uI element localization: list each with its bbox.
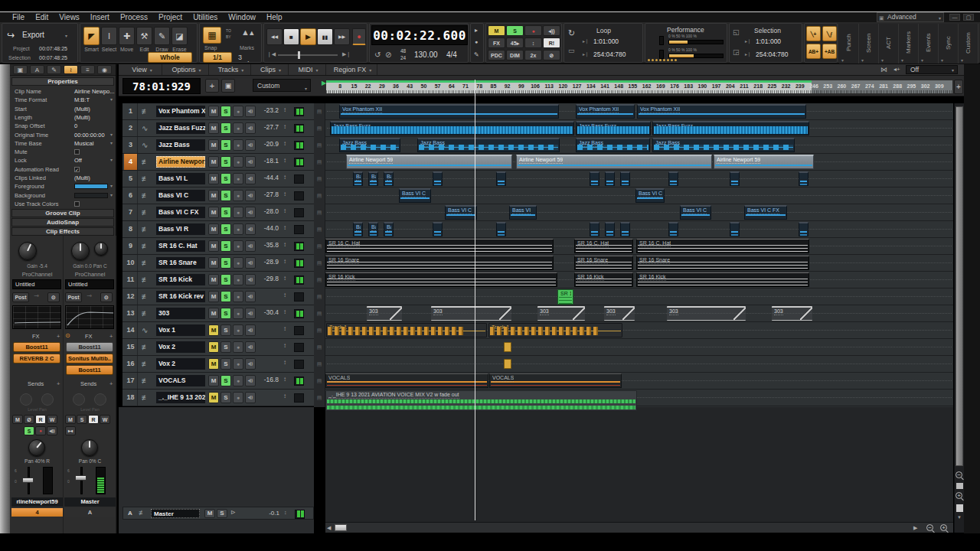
tv-menu-options[interactable]: Options▾ xyxy=(165,64,209,75)
gain-knob[interactable] xyxy=(94,242,108,256)
clip-lane-18[interactable]: _._IHE 9 13 2021 AVIATION VOICE MIX V2 w… xyxy=(325,390,953,406)
prochannel-power-button[interactable]: ⊙ xyxy=(100,292,113,302)
volume-value[interactable]: -23.2 xyxy=(259,106,279,114)
play-list-icon[interactable]: ▸ xyxy=(475,27,478,34)
solo-button[interactable]: S xyxy=(220,207,231,218)
loop-icon[interactable]: ↻ xyxy=(568,28,575,38)
volume-value[interactable]: -29.8 xyxy=(259,275,279,282)
input-echo-button[interactable]: ◂)) xyxy=(245,223,256,235)
clip[interactable]: Airline Newport 59 xyxy=(714,155,814,169)
volume-spinner-icon[interactable]: ↕ xyxy=(283,393,286,399)
clips-pane[interactable]: Vox Phantom XIIVox Phantom XIIVox Phanto… xyxy=(325,103,953,407)
track-name[interactable]: 303 xyxy=(156,308,205,319)
strip-button-w[interactable]: W xyxy=(100,415,110,424)
bus-volume-value[interactable]: -0.1 xyxy=(260,510,279,517)
mix-dim-button[interactable]: DIM xyxy=(506,50,524,60)
lane-grip-icon[interactable]: ▤ xyxy=(315,328,323,334)
clip[interactable]: Bass VI C xyxy=(399,188,431,203)
play-button[interactable]: ▶ xyxy=(300,28,316,45)
transport-slider-thumb[interactable] xyxy=(298,51,300,59)
sends-add-icon[interactable]: + xyxy=(109,380,113,387)
clip[interactable] xyxy=(730,171,740,186)
tv-menu-view[interactable]: View▾ xyxy=(122,64,162,75)
track-name[interactable]: Bass VI L xyxy=(156,173,205,184)
volume-value[interactable]: -18.1 xyxy=(259,157,279,165)
lane-grip-icon[interactable]: ▤ xyxy=(315,294,323,300)
track-header-17[interactable]: 17≢VOCALSMS●◂))-16.8↕ xyxy=(122,373,314,390)
fx-plugin-boost11[interactable]: Boost11 xyxy=(13,342,60,352)
inspector-tab-1[interactable]: A xyxy=(30,65,44,74)
track-name[interactable]: SR 16 Kick xyxy=(156,274,205,285)
stop-button[interactable]: ■ xyxy=(283,28,299,45)
volume-value[interactable]: -20.9 xyxy=(259,140,279,148)
solo-button[interactable]: S xyxy=(220,257,231,269)
lane-grip-icon[interactable]: ▤ xyxy=(315,193,323,199)
solo-button[interactable]: S xyxy=(220,173,231,184)
clip-lane-14[interactable]: Track 1Track 1 xyxy=(325,322,953,339)
section-clip-effects[interactable]: Clip Effects xyxy=(11,227,114,236)
draw-resolution-dropdown[interactable]: Whole xyxy=(148,52,192,63)
property-value[interactable]: (Multi) xyxy=(74,174,90,182)
module-act-collapsed[interactable]: ACT▾ xyxy=(879,24,899,64)
clip[interactable] xyxy=(496,171,506,186)
mute-button[interactable]: M xyxy=(208,358,219,370)
clip[interactable]: Airline Newport 59 xyxy=(346,155,512,169)
menu-item-file[interactable]: File xyxy=(12,13,24,21)
arm-record-button[interactable]: ● xyxy=(233,122,243,134)
track-manager-button[interactable]: ▣ xyxy=(221,79,235,93)
clip[interactable]: Vox Phantom XII xyxy=(576,104,635,119)
lane-grip-icon[interactable]: ▤ xyxy=(315,378,323,384)
track-header-9[interactable]: 9≢SR 16 C. HatMS●◂))-35.8↕ xyxy=(122,238,314,255)
track-name[interactable]: SR 16 Snare xyxy=(156,257,205,269)
input-echo-button[interactable]: ◂)) xyxy=(245,106,256,117)
solo-button[interactable]: S xyxy=(220,274,231,285)
clip[interactable]: Vox Phantom XII xyxy=(637,104,806,119)
clip-lane-16[interactable] xyxy=(325,356,953,373)
fx-plugin-reverb-2-c[interactable]: REVERB 2 C xyxy=(13,354,60,364)
mix-btn-button[interactable]: ⊘ xyxy=(543,50,560,60)
property-value[interactable]: 00:00:00:00 xyxy=(74,131,105,139)
track-name[interactable]: Jazz Bass xyxy=(156,139,205,151)
mute-button[interactable]: M xyxy=(208,190,219,201)
inspector-tab-2[interactable]: ✎ xyxy=(47,65,61,74)
mix-45-button[interactable]: 45▸ xyxy=(506,37,524,48)
track-header-1[interactable]: 1≢Vox Phantom XIIMS●◂))-23.2↕ xyxy=(122,103,314,120)
section-groove-clip[interactable]: Groove Clip xyxy=(11,209,114,217)
property-value[interactable]: Airline Newpo... xyxy=(74,87,115,96)
color-swatch[interactable] xyxy=(74,184,108,189)
lane-grip-icon[interactable]: ▤ xyxy=(315,109,323,115)
clip[interactable]: SR 16 Snare xyxy=(574,256,633,270)
track-name[interactable]: Airline Newport ' xyxy=(156,156,205,168)
volume-value[interactable]: -16.8 xyxy=(259,376,279,383)
color-swatch[interactable] xyxy=(74,193,108,198)
clip-lane-12[interactable]: SR 1 xyxy=(325,289,953,305)
bus-volume-spinner[interactable]: ↕ xyxy=(284,510,287,515)
tool-move-button[interactable]: ✚ xyxy=(119,27,135,45)
mute-button[interactable]: M xyxy=(208,106,219,117)
clip[interactable] xyxy=(799,222,808,236)
mute-button[interactable]: M xyxy=(208,274,219,285)
solo-button[interactable]: S xyxy=(220,240,231,252)
bus-mute-button[interactable]: M xyxy=(204,509,215,518)
input-echo-button[interactable]: ◂)) xyxy=(245,341,256,353)
properties-header[interactable]: Properties xyxy=(11,77,114,86)
solo-button[interactable]: S xyxy=(220,392,231,403)
mute-button[interactable]: M xyxy=(208,139,219,151)
inspector-tab-0[interactable]: ▣ xyxy=(13,65,28,74)
arm-record-button[interactable]: ● xyxy=(233,156,243,168)
vertical-zoom-fit-button[interactable] xyxy=(956,483,963,489)
fx-bin-header[interactable]: ⊙FX+ xyxy=(65,332,114,341)
clip-lane-10[interactable]: SR 16 SnareSR 16 SnareSR 16 Snare xyxy=(325,255,953,272)
post-button[interactable]: Post xyxy=(65,292,82,302)
volume-spinner-icon[interactable]: ↕ xyxy=(283,123,286,130)
track-header-18[interactable]: 18≢_._IHE 9 13 2021.MS●◂))↕ xyxy=(122,390,314,406)
menu-item-insert[interactable]: Insert xyxy=(90,13,109,21)
clip[interactable]: SR 16 Kick xyxy=(325,272,557,287)
prochannel-header[interactable]: ProChannel xyxy=(64,271,116,278)
input-echo-button[interactable]: ◂)) xyxy=(245,324,256,336)
mute-button[interactable]: M xyxy=(208,291,219,302)
arm-record-button[interactable]: ● xyxy=(233,139,243,151)
track-header-2[interactable]: 2∿Jazz Bass FuzzMS●◂))-27.7↕ xyxy=(122,120,314,137)
strip-button2-2[interactable]: ◂)) xyxy=(47,426,57,435)
arm-record-button[interactable]: ● xyxy=(233,308,243,319)
